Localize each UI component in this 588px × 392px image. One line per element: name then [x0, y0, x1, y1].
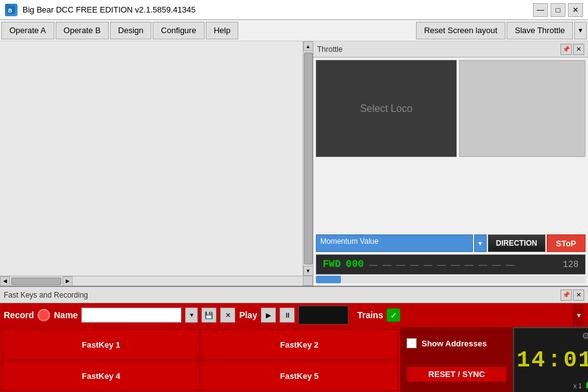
- clock-hours: 14: [517, 348, 546, 373]
- record-delete-button[interactable]: ✕: [220, 308, 235, 323]
- show-addresses-label: Show Addresses: [422, 339, 487, 348]
- left-panel: ▲ ▼ ◀ ▶: [0, 41, 313, 286]
- show-addresses-row: Show Addresses: [407, 338, 507, 348]
- scroll-left-arrow[interactable]: ◀: [0, 276, 10, 286]
- menu-configure[interactable]: Configure: [153, 22, 204, 39]
- clock-colon: :: [547, 348, 562, 373]
- digital-clock: 14 : 01 ⚙ x 1 ▶: [513, 327, 588, 392]
- name-input-arrow[interactable]: ▼: [185, 308, 198, 323]
- scroll-thumb-horizontal[interactable]: [11, 278, 61, 285]
- bottom-panel: Fast Keys and Recording 📌 ✕ Record Name …: [0, 286, 588, 392]
- trains-label: Trains: [357, 310, 383, 320]
- title-bar: B Big Bear DCC FREE EDITION v2.1.5859.41…: [0, 0, 588, 20]
- recording-bar: Record Name ▼ 💾 ✕ Play ▶ ⏸ Trains ✓ ▼: [0, 303, 588, 327]
- direction-button[interactable]: DIRECTION: [488, 234, 545, 252]
- menu-operate-a[interactable]: Operate A: [1, 22, 54, 39]
- momentum-select[interactable]: Momentum Value: [316, 234, 473, 252]
- name-input[interactable]: [81, 308, 181, 323]
- record-label: Record: [4, 310, 34, 320]
- vertical-scrollbar[interactable]: ▲ ▼: [303, 41, 313, 276]
- scroll-down-arrow[interactable]: ▼: [303, 266, 313, 276]
- timer-display: [298, 306, 348, 324]
- clock-gear-icon[interactable]: ⚙: [582, 331, 588, 342]
- speed-max: 128: [563, 259, 579, 269]
- menu-operate-b[interactable]: Operate B: [56, 22, 109, 39]
- window-controls: — □ ✕: [533, 3, 583, 17]
- throttle-body: Select Loco: [313, 58, 588, 232]
- speed-value: 000: [346, 259, 364, 270]
- bottom-pin-button[interactable]: 📌: [560, 289, 572, 301]
- bar-dropdown-arrow[interactable]: ▼: [573, 304, 584, 326]
- menu-help[interactable]: Help: [206, 22, 239, 39]
- loco-image-area: [459, 60, 585, 157]
- close-button[interactable]: ✕: [568, 3, 583, 17]
- horizontal-scrollbar[interactable]: ◀ ▶: [0, 276, 303, 286]
- speed-dashes: — — — — — — — — — — —: [369, 259, 516, 269]
- fastkey-2-button[interactable]: FastKey 2: [201, 329, 398, 359]
- fastkeys-grid: FastKey 1 FastKey 2 FastKey 4 FastKey 5: [0, 327, 400, 392]
- throttle-controls: Momentum Value ▼ DIRECTION SToP FWD 000 …: [313, 232, 588, 286]
- reset-sync-button[interactable]: RESET / SYNC: [407, 366, 507, 382]
- bottom-panel-header: Fast Keys and Recording 📌 ✕: [0, 287, 588, 303]
- momentum-dropdown-arrow[interactable]: ▼: [474, 234, 487, 252]
- canvas-area: [0, 41, 303, 276]
- throttle-close-button[interactable]: ✕: [573, 44, 584, 55]
- speed-slider-thumb[interactable]: [316, 276, 341, 283]
- stop-button[interactable]: SToP: [547, 234, 585, 252]
- name-label: Name: [54, 310, 78, 320]
- record-save-button[interactable]: 💾: [201, 308, 216, 323]
- clock-display: 14 : 01: [517, 348, 588, 373]
- loco-display: Select Loco: [316, 60, 457, 157]
- show-addresses-checkbox[interactable]: [407, 338, 417, 348]
- svg-text:B: B: [8, 8, 13, 14]
- fastkeys-right-section: Show Addresses RESET / SYNC 14 : 01 ⚙ x …: [400, 327, 588, 392]
- minimize-button[interactable]: —: [533, 3, 548, 17]
- maximize-button[interactable]: □: [550, 3, 565, 17]
- speed-display: FWD 000 — — — — — — — — — — — 128: [316, 254, 585, 274]
- trains-check-button[interactable]: ✓: [387, 308, 400, 322]
- speed-bar: — — — — — — — — — — —: [369, 260, 558, 269]
- clock-minutes: 01: [564, 348, 588, 373]
- bottom-panel-title: Fast Keys and Recording: [4, 291, 559, 299]
- menu-dropdown-arrow[interactable]: ▼: [574, 22, 587, 39]
- play-label: Play: [239, 310, 257, 320]
- app-icon: B: [5, 4, 18, 16]
- app-title: Big Bear DCC FREE EDITION v2.1.5859.4134…: [23, 5, 533, 14]
- speed-slider[interactable]: [316, 276, 585, 283]
- scrollbar-corner: [303, 276, 313, 286]
- clock-multiplier: x 1: [574, 383, 582, 389]
- fastkeys-area: FastKey 1 FastKey 2 FastKey 4 FastKey 5 …: [0, 327, 588, 392]
- speed-direction: FWD: [323, 259, 341, 270]
- momentum-row: Momentum Value ▼ DIRECTION SToP: [316, 234, 585, 252]
- reset-layout-button[interactable]: Reset Screen layout: [416, 22, 505, 39]
- main-content: ▲ ▼ ◀ ▶ Throttle 📌 ✕ Select Loco Momentu…: [0, 41, 588, 286]
- scroll-right-arrow[interactable]: ▶: [63, 276, 73, 286]
- fastkeys-middle: Show Addresses RESET / SYNC: [400, 327, 513, 392]
- throttle-pin-button[interactable]: 📌: [560, 44, 572, 55]
- throttle-title: Throttle: [317, 45, 559, 54]
- record-indicator: [38, 309, 50, 321]
- fastkey-5-button[interactable]: FastKey 5: [201, 361, 398, 391]
- menu-design[interactable]: Design: [110, 22, 151, 39]
- throttle-header: Throttle 📌 ✕: [313, 41, 588, 58]
- menu-bar: Operate A Operate B Design Configure Hel…: [0, 20, 588, 41]
- throttle-panel: Throttle 📌 ✕ Select Loco Momentum Value …: [313, 41, 588, 286]
- fastkey-1-button[interactable]: FastKey 1: [3, 329, 200, 359]
- scroll-up-arrow[interactable]: ▲: [303, 41, 313, 51]
- fastkey-4-button[interactable]: FastKey 4: [3, 361, 200, 391]
- bottom-close-button[interactable]: ✕: [573, 289, 584, 301]
- play-button[interactable]: ▶: [261, 308, 276, 323]
- pause-button[interactable]: ⏸: [280, 308, 295, 323]
- slave-throttle-button[interactable]: Slave Throttle: [507, 22, 573, 39]
- scroll-thumb-vertical[interactable]: [304, 53, 313, 264]
